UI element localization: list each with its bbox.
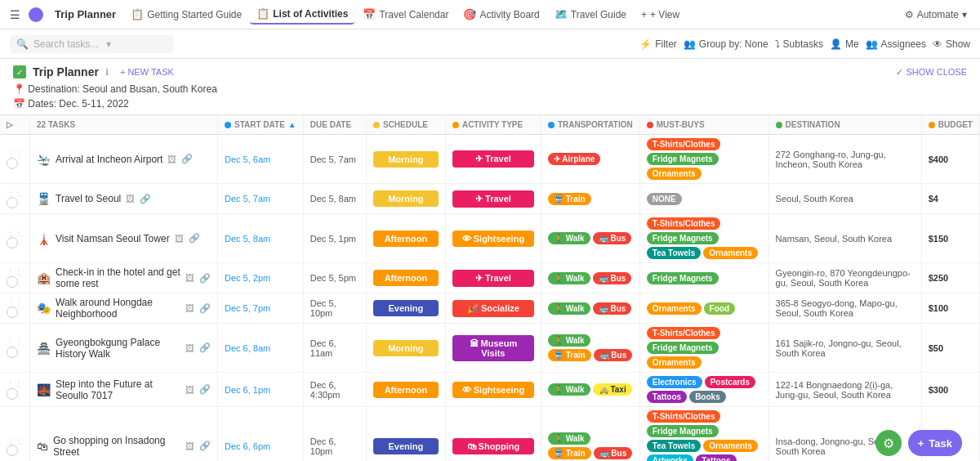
image-icon[interactable]: 🖼 <box>126 194 135 204</box>
activity-cell[interactable]: 🛍 Shopping <box>445 407 541 462</box>
tab-getting-started[interactable]: 📋 Getting Started Guide <box>124 5 248 24</box>
tab-list-activities[interactable]: 📋 List of Activities <box>250 4 354 25</box>
drag-handle[interactable]: ⋮⋮ <box>7 267 23 276</box>
schedule-cell[interactable]: Morning <box>366 324 445 373</box>
must-buys-cell: T-Shirts/ClothesFridge MagnetsOrnaments <box>639 324 768 373</box>
start-date-cell[interactable]: Dec 5, 6am <box>218 135 304 184</box>
add-task-fab[interactable]: + Task <box>908 430 962 456</box>
group-by-button[interactable]: 👥 Group by: None <box>684 38 768 50</box>
subtasks-button[interactable]: ⤵ Subtasks <box>775 38 823 50</box>
link-icon[interactable]: 🔗 <box>181 154 193 164</box>
assignees-icon: 👥 <box>866 38 878 50</box>
activity-cell[interactable]: ✈ Travel <box>445 263 541 293</box>
link-icon[interactable]: 🔗 <box>199 303 211 314</box>
image-icon[interactable]: 🖼 <box>185 343 194 353</box>
tab-travel-calendar[interactable]: 📅 Travel Calendar <box>356 5 455 24</box>
link-icon[interactable]: 🔗 <box>199 441 211 451</box>
image-icon[interactable]: 🖼 <box>167 154 176 164</box>
task-text[interactable]: Go shopping on Insadong Street <box>53 435 180 458</box>
schedule-cell[interactable]: Morning <box>366 184 445 214</box>
image-icon[interactable]: 🖼 <box>175 234 184 244</box>
task-checkbox[interactable] <box>7 347 18 358</box>
settings-fab[interactable]: ⚙ <box>875 430 902 456</box>
task-text[interactable]: Visit Namsan Seoul Tower <box>56 233 170 244</box>
due-date-cell[interactable]: Dec 5, 8am <box>303 184 366 214</box>
image-icon[interactable]: 🖼 <box>185 303 194 313</box>
start-date-cell[interactable]: Dec 5, 7am <box>218 184 304 214</box>
due-date-cell[interactable]: Dec 5, 5pm <box>303 263 366 293</box>
schedule-cell[interactable]: Afternoon <box>366 263 445 293</box>
due-date-cell[interactable]: Dec 5, 10pm <box>303 293 366 324</box>
image-icon[interactable]: 🖼 <box>185 385 194 395</box>
activity-badge: ✈ Travel <box>452 270 534 287</box>
activity-cell[interactable]: 👁 Sightseeing <box>445 214 541 263</box>
link-icon[interactable]: 🔗 <box>199 342 211 353</box>
task-checkbox[interactable] <box>7 237 18 248</box>
drag-handle[interactable]: ⋮⋮ <box>7 228 23 237</box>
task-checkbox[interactable] <box>7 445 18 456</box>
start-date-cell[interactable]: Dec 6, 6pm <box>218 407 304 462</box>
activity-cell[interactable]: ✈ Travel <box>445 135 541 184</box>
task-checkbox[interactable] <box>7 276 18 288</box>
task-name-cell: 🛬Arrival at Incheon Airport🖼🔗 <box>30 135 218 184</box>
task-text[interactable]: Travel to Seoul <box>56 193 121 204</box>
tab-travel-guide[interactable]: 🗺️ Travel Guide <box>548 5 633 24</box>
schedule-cell[interactable]: Evening <box>366 407 445 462</box>
activity-cell[interactable]: 🏛 Museum Visits <box>445 324 541 373</box>
hamburger-icon[interactable]: ☰ <box>7 5 24 25</box>
show-button[interactable]: 👁 Show <box>933 38 970 50</box>
assignees-button[interactable]: 👥 Assignees <box>866 38 926 50</box>
schedule-cell[interactable]: Morning <box>366 135 445 184</box>
drag-handle[interactable]: ⋮⋮ <box>7 188 23 197</box>
drag-handle[interactable]: ⋮⋮ <box>7 436 23 445</box>
drag-handle[interactable]: ⋮⋮ <box>7 338 23 347</box>
drag-handle[interactable]: ⋮⋮ <box>7 149 23 158</box>
must-buy-tag: Tea Towels <box>647 247 701 259</box>
drag-handle[interactable]: ⋮⋮ <box>7 298 23 307</box>
link-icon[interactable]: 🔗 <box>140 194 151 204</box>
automate-button[interactable]: ⚙ Automate ▾ <box>898 6 973 24</box>
view-button[interactable]: + + View <box>635 6 686 24</box>
start-date-cell[interactable]: Dec 6, 8am <box>218 324 304 373</box>
due-date-cell[interactable]: Dec 6, 11am <box>303 324 366 373</box>
schedule-cell[interactable]: Afternoon <box>366 214 445 263</box>
task-text[interactable]: Walk around Hongdae Neighborhood <box>56 297 180 320</box>
schedule-cell[interactable]: Evening <box>366 293 445 324</box>
due-date-cell[interactable]: Dec 5, 7am <box>303 135 366 184</box>
link-icon[interactable]: 🔗 <box>199 273 211 284</box>
sort-icon[interactable]: ▲ <box>288 120 296 129</box>
show-close-button[interactable]: ✓ SHOW CLOSE <box>896 67 967 78</box>
due-date-value: Dec 6, 11am <box>310 338 336 358</box>
search-input[interactable]: 🔍 Search tasks... ▾ <box>10 35 173 53</box>
task-text[interactable]: Arrival at Incheon Airport <box>56 154 163 165</box>
link-icon[interactable]: 🔗 <box>189 233 200 244</box>
start-date-cell[interactable]: Dec 5, 2pm <box>218 263 304 293</box>
due-date-cell[interactable]: Dec 5, 1pm <box>303 214 366 263</box>
schedule-cell[interactable]: Afternoon <box>366 373 445 407</box>
filter-button[interactable]: ⚡ Filter <box>639 38 677 50</box>
start-date-cell[interactable]: Dec 6, 1pm <box>218 373 304 407</box>
nav-title[interactable]: Trip Planner <box>48 5 122 24</box>
task-text[interactable]: Check-in in the hotel and get some rest <box>56 266 180 289</box>
task-checkbox[interactable] <box>7 307 18 318</box>
due-date-cell[interactable]: Dec 6, 10pm <box>303 407 366 462</box>
image-icon[interactable]: 🖼 <box>185 441 194 451</box>
tab-activity-board[interactable]: 🎯 Activity Board <box>457 5 546 24</box>
info-icon[interactable]: ℹ <box>105 67 109 78</box>
task-checkbox[interactable] <box>7 197 18 208</box>
activity-cell[interactable]: ✈ Travel <box>445 184 541 214</box>
link-icon[interactable]: 🔗 <box>199 384 211 395</box>
start-date-cell[interactable]: Dec 5, 7pm <box>218 293 304 324</box>
due-date-cell[interactable]: Dec 6, 4:30pm <box>303 373 366 407</box>
activity-cell[interactable]: 👁 Sightseeing <box>445 373 541 407</box>
task-text[interactable]: Step into the Future at Seoullo 7017 <box>56 378 180 401</box>
activity-cell[interactable]: 🎉 Socialize <box>445 293 541 324</box>
task-checkbox[interactable] <box>7 388 18 400</box>
image-icon[interactable]: 🖼 <box>185 273 194 283</box>
new-task-button[interactable]: + NEW TASK <box>115 65 179 78</box>
start-date-cell[interactable]: Dec 5, 8am <box>218 214 304 263</box>
task-text[interactable]: Gyeongbokgung Palace History Walk <box>56 337 180 360</box>
task-checkbox[interactable] <box>7 158 18 169</box>
drag-handle[interactable]: ⋮⋮ <box>7 379 23 388</box>
me-button[interactable]: 👤 Me <box>830 38 859 50</box>
